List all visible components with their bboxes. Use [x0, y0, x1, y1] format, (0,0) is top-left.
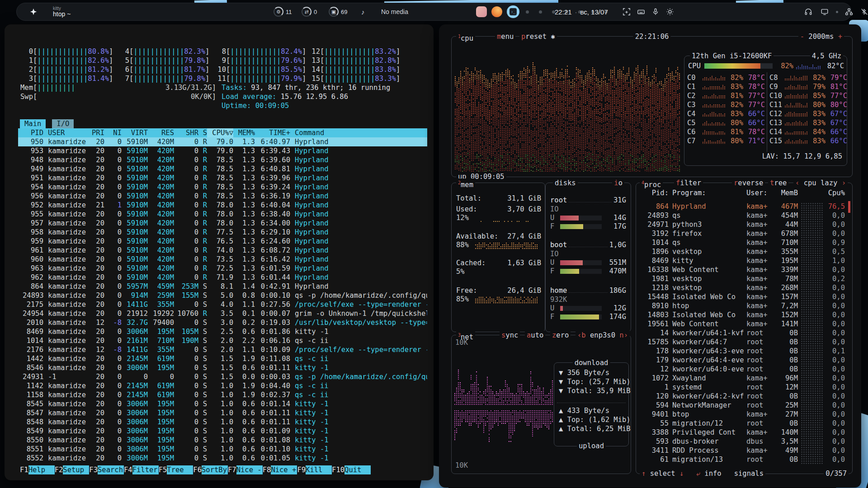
btop-process-row[interactable]: 55migration/12root0B0,0 [636, 419, 849, 428]
screenshot-button[interactable] [623, 3, 631, 20]
column-header-user[interactable]: USER [48, 128, 91, 137]
proc-tree-button[interactable]: tree [768, 178, 788, 188]
process-row[interactable]: 8547kamaridze2003006M195M0S1.00.60:01.11… [18, 408, 427, 418]
process-row[interactable]: 1014kamaridze2002161M710M190MS2.02.20:06… [18, 336, 427, 345]
btop-process-row[interactable]: 1072Xwaylandkama+96M0,0 [636, 374, 849, 383]
bluetooth-button[interactable] [860, 3, 868, 20]
btop-process-row[interactable]: 14kworker/u64:1-kvfroot0B0,0 [636, 328, 849, 338]
btop-process-row[interactable]: 14803Isolated Web Cokama+152M0,0 [636, 310, 849, 319]
btop-process-row[interactable]: 1896vesktopkama+355M0,5 [636, 247, 849, 256]
fkey-nice[interactable]: F8Nice + [263, 465, 297, 474]
workspace-dot[interactable] [539, 10, 542, 14]
process-row[interactable]: 952kamaridze2115910M420M0R78.01.36:40.04… [18, 201, 427, 210]
fkey-filter[interactable]: F4Filter [124, 465, 159, 474]
active-window-info[interactable]: kitty htop ~ [53, 3, 71, 20]
process-row[interactable]: 963kamaridze2005910M420M0R72.51.36:01.59… [18, 264, 427, 273]
process-row[interactable]: 953kamaridze2005910M420M0R79.01.36:39.43… [18, 146, 427, 155]
process-row[interactable]: 2176kamaridze12-81411G355M0S2.01.10:10.0… [18, 345, 427, 354]
process-row[interactable]: 8548kamaridze2003006M195M0S1.00.60:01.11… [18, 418, 427, 427]
column-header-shr[interactable]: SHR [174, 128, 198, 137]
net-auto-button[interactable]: auto [525, 331, 545, 340]
net-zero-button[interactable]: zero [550, 331, 571, 340]
workspace-dot[interactable] [526, 10, 529, 14]
process-row[interactable]: 2010kamaridze12-832.7G794000S3.00.20:19.… [18, 318, 427, 327]
btop-process-row[interactable]: 24893qskama+454M0,0 [636, 211, 849, 220]
column-header-cpu%[interactable]: CPU%▽ [207, 128, 233, 137]
btop-process-row[interactable]: 8469kittykama+195M1,0 [636, 256, 849, 265]
proc-box-title[interactable]: 4proc [640, 178, 663, 189]
workspace-app-pink[interactable] [476, 6, 487, 17]
btop-process-row[interactable]: 179kworker/u64:4-everoot0B0,0 [636, 356, 849, 365]
process-row[interactable]: 24954kamaridze200219121929210760R3.50.10… [18, 309, 427, 318]
preset-button[interactable]: preset ✱ [519, 32, 557, 41]
column-header-pri[interactable]: PRI [91, 128, 104, 137]
btop-process-row[interactable]: 19561Web Contentkama+141M0,0 [636, 319, 849, 328]
process-row[interactable]: 864kamaridze2005957M459M253MS8.11.40:42.… [18, 282, 427, 291]
menu-button[interactable]: menu [495, 32, 515, 41]
btop-process-row[interactable]: 8910htopkama+7,2M0,0 [636, 301, 849, 310]
btop-process-row[interactable]: 864Hyprlandkama+467M76,5 [636, 202, 849, 211]
process-row[interactable]: 962kamaridze2005910M420M0R71.91.36:01.44… [18, 273, 427, 282]
fkey-kill[interactable]: F9Kill [297, 465, 332, 474]
memory-stat[interactable]: ▣ 69 [329, 3, 347, 20]
process-row[interactable]: 8545kamaridze2003006M195M0S1.00.60:01.14… [18, 399, 427, 408]
proc-sort-selector[interactable]: ‹ cpu lazy › [793, 178, 848, 188]
btop-process-row[interactable]: 178kworker/u64:3-everoot0B0,1 [636, 347, 849, 356]
fkey-nice[interactable]: F7Nice - [228, 465, 263, 474]
process-row[interactable]: 24893kamaridze200914M259M155MS5.00.80:00… [18, 291, 427, 300]
workspace-app-firefox[interactable] [491, 6, 502, 17]
process-row[interactable]: 948kamaridze2005910M420M0R78.51.36:39.60… [18, 155, 427, 164]
disks-io-toggle[interactable]: io [612, 178, 624, 188]
update-interval[interactable]: - 2000ms + [798, 32, 844, 41]
proc-filter-button[interactable]: filter [674, 178, 703, 188]
proc-scrollbar[interactable] [848, 201, 850, 213]
column-header-pid[interactable]: PID [23, 128, 43, 137]
column-header-time+[interactable]: TIME+ [255, 128, 290, 137]
mem-box-title[interactable]: 2mem [456, 178, 475, 189]
workspace-app-terminal-active[interactable]: ›_ [507, 5, 519, 18]
process-row[interactable]: 1442kamaridze2002145M619M0S1.51.90:11.08… [18, 354, 427, 363]
btop-process-row[interactable]: 3192firefoxkama+678M0,0 [636, 229, 849, 238]
fkey-sortby[interactable]: F6SortBy [193, 465, 228, 474]
column-header-res[interactable]: RES [148, 128, 174, 137]
column-header-ni[interactable]: NI [104, 128, 122, 137]
process-row[interactable]: 8552kamaridze2003006M195M0S1.00.60:01.05… [18, 454, 427, 463]
process-row[interactable]: 961kamaridze2005910M420M0R74.01.36:08.72… [18, 246, 427, 255]
column-header-virt[interactable]: VIRT [122, 128, 148, 137]
net-interface-switcher[interactable]: ‹b enp3s0 n› [576, 331, 630, 340]
process-row[interactable]: 951kamaridze2005910M420M0R78.51.36:39.96… [18, 174, 427, 183]
process-row[interactable]: 957kamaridze2005910M420M0R78.01.36:34.00… [18, 219, 427, 228]
launcher-button[interactable] [29, 3, 38, 20]
process-row[interactable]: 954kamaridze2005910M420M0R78.51.36:39.24… [18, 183, 427, 192]
btop-process-row[interactable]: 9401btopkama+27M0,0 [636, 410, 849, 419]
btop-process-row[interactable]: 120kworker/u64:2-kvfroot0B0,0 [636, 392, 849, 401]
column-header-mem%[interactable]: MEM% [233, 128, 255, 137]
fkey-search[interactable]: F3Search [89, 465, 124, 474]
btop-process-row[interactable]: 15785kworker/u64:7root0B0,0 [636, 338, 849, 347]
process-row[interactable]: 958kamaridze2005910M420M0R77.51.36:29.10… [18, 228, 427, 237]
btop-process-row[interactable]: 12kworker/u64:0-everoot0B0,0 [636, 365, 849, 374]
process-row[interactable]: 8469kamaridze2003006M195M105MS2.50.60:01… [18, 327, 427, 336]
btop-process-row[interactable]: 593dbus-brokerdbus3,5M0,0 [636, 437, 849, 446]
display-button[interactable] [821, 3, 829, 20]
keyboard-button[interactable] [637, 3, 645, 20]
process-row[interactable]: 8549kamaridze2003006M195M0S1.00.60:01.09… [18, 427, 427, 436]
process-row[interactable]: 8550kamaridze2003006M195M0S1.00.60:01.08… [18, 436, 427, 445]
microphone-button[interactable] [651, 3, 660, 20]
fkey-quit[interactable]: F10Quit [332, 465, 371, 474]
btop-process-row[interactable]: 1218vesktopkama+268M0,0 [636, 283, 849, 292]
process-row[interactable]: 956kamaridze2005910M420M0R78.51.36:36.19… [18, 192, 427, 201]
net-sync-button[interactable]: sync [500, 331, 520, 340]
proc-footer-keys[interactable]: ↑ select ↓ ⤶ info signals [640, 469, 765, 478]
btop-process-row[interactable]: 3411RDD Processkama+49M0,0 [636, 446, 849, 455]
process-row[interactable]: 8546kamaridze2003006M195M0S1.50.60:01.11… [18, 363, 427, 372]
media-status[interactable]: No media [381, 3, 408, 20]
process-row[interactable]: 959kamaridze2005910M420M0R76.51.36:24.60… [18, 237, 427, 246]
process-row[interactable]: 8551kamaridze2003006M195M0S1.00.60:01.10… [18, 445, 427, 454]
btop-terminal-window[interactable]: 1cpu menu preset ✱ 22:21:06 - 2000ms + 1… [439, 24, 861, 488]
btop-process-row[interactable]: 1systemdroot12M0,0 [636, 383, 849, 392]
fkey-setup[interactable]: F2Setup [55, 465, 90, 474]
process-row[interactable]: 960kamaridze2005910M420M0R73.51.36:16.42… [18, 255, 427, 264]
process-row[interactable]: 955kamaridze2005910M420M0R78.01.36:38.40… [18, 210, 427, 219]
fkey-help[interactable]: F1Help [20, 465, 55, 474]
